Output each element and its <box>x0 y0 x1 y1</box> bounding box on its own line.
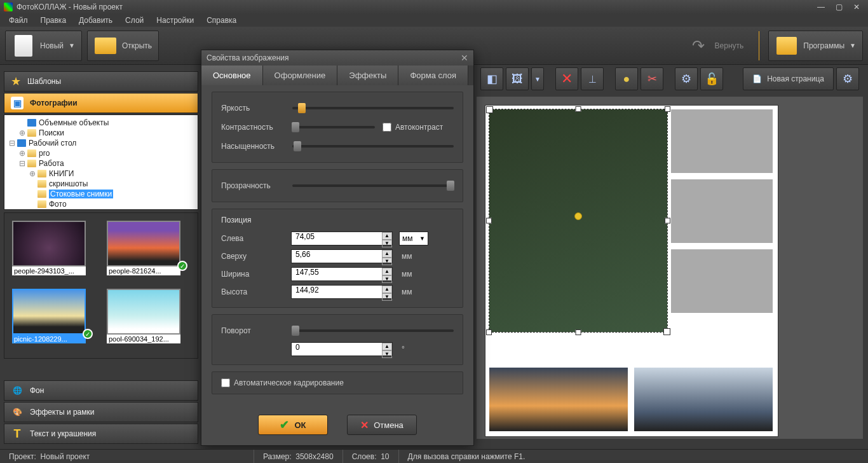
toolbar-new-button[interactable]: Новый ▼ <box>5 31 82 61</box>
brightness-slider[interactable] <box>292 107 454 109</box>
tool-cut-button[interactable]: ✂ <box>641 67 663 90</box>
thumbnail-grid: people-2943103_... ✓ people-821624... ✓ … <box>4 212 198 359</box>
toolbar-open-button[interactable]: Открыть <box>87 31 159 61</box>
resize-handle[interactable] <box>486 218 492 224</box>
accordion-photos[interactable]: ▣ Фотографии <box>4 93 198 113</box>
tab-shape[interactable]: Форма слоя <box>398 66 468 85</box>
toolbar-programs-button[interactable]: Программы ▼ <box>768 31 863 61</box>
spin-up[interactable]: ▲ <box>382 250 392 258</box>
tree-item[interactable]: pro <box>39 149 50 158</box>
spin-down[interactable]: ▼ <box>382 275 392 283</box>
tool-flip-h-button[interactable]: ◧ <box>480 67 503 90</box>
spin-up[interactable]: ▲ <box>382 286 392 293</box>
resize-handle[interactable] <box>665 218 670 224</box>
collage-image[interactable] <box>634 368 773 431</box>
rotate-handle[interactable] <box>574 212 582 220</box>
cancel-button[interactable]: ✕Отмена <box>347 415 417 435</box>
resize-handle[interactable] <box>486 329 492 335</box>
collage-page[interactable] <box>485 106 778 436</box>
tree-item[interactable]: Рабочий стол <box>29 139 76 148</box>
folder-icon <box>37 180 46 188</box>
accordion-background[interactable]: 🌐 Фон <box>4 380 198 401</box>
canvas-area[interactable] <box>477 97 863 439</box>
thumbnail-selected[interactable]: ✓ picnic-1208229... <box>12 289 95 350</box>
accordion-templates[interactable]: ★ Шаблоны <box>4 71 198 92</box>
width-input[interactable]: 147,55▲▼ <box>291 267 393 281</box>
accordion-effects[interactable]: 🎨 Эффекты и рамки <box>4 402 198 422</box>
collage-image[interactable] <box>671 109 773 173</box>
tab-effects[interactable]: Эффекты <box>337 66 398 85</box>
dialog-close-button[interactable]: ✕ <box>461 53 468 63</box>
left-panel: ★ Шаблоны ▣ Фотографии Объемные объекты … <box>4 71 198 445</box>
tool-delete-button[interactable]: ✕ <box>555 67 578 90</box>
tool-crop-button[interactable]: ⟂ <box>581 67 604 90</box>
collage-image[interactable] <box>489 368 628 431</box>
rotation-slider[interactable] <box>292 329 454 332</box>
tree-item[interactable]: Фото <box>49 200 67 209</box>
resize-handle[interactable] <box>576 329 581 335</box>
tree-item-selected[interactable]: Стоковые снимки <box>49 190 113 198</box>
tool-page-settings-button[interactable]: ⚙ <box>836 67 859 90</box>
autocontrast-checkbox[interactable]: Автоконтраст <box>383 123 446 132</box>
menu-help[interactable]: Справка <box>200 15 243 26</box>
folder-tree[interactable]: Объемные объекты ⊕Поиски ⊟Рабочий стол ⊕… <box>4 114 198 210</box>
folder-icon <box>27 149 36 157</box>
top-input[interactable]: 5,66▲▼ <box>291 249 393 263</box>
dialog-titlebar[interactable]: Свойства изображения ✕ <box>201 50 473 66</box>
selected-image-layer[interactable] <box>489 109 667 332</box>
tree-item[interactable]: Объемные объекты <box>39 118 109 127</box>
resize-handle[interactable] <box>576 106 581 112</box>
tool-color-button[interactable]: ● <box>615 67 638 90</box>
opacity-slider[interactable] <box>292 184 454 187</box>
tree-item[interactable]: Работа <box>39 159 64 168</box>
contrast-slider[interactable] <box>292 126 375 128</box>
tree-item[interactable]: скриншоты <box>49 179 88 188</box>
autocrop-checkbox[interactable]: Автоматическое кадрирование <box>221 378 454 387</box>
collage-image[interactable] <box>671 249 773 313</box>
menu-add[interactable]: Добавить <box>72 15 119 26</box>
spin-down[interactable]: ▼ <box>382 293 392 301</box>
menu-bar: Файл Правка Добавить Слой Настройки Спра… <box>0 14 868 27</box>
resize-handle[interactable] <box>665 106 670 112</box>
thumbnail[interactable]: pool-690034_192... <box>107 289 190 350</box>
close-window-button[interactable]: ✕ <box>849 3 864 11</box>
menu-file[interactable]: Файл <box>3 15 34 26</box>
menu-layer[interactable]: Слой <box>119 15 150 26</box>
tool-lock-button[interactable]: 🔓 <box>700 67 723 90</box>
rotation-input[interactable]: 0▲▼ <box>291 342 393 356</box>
spin-down[interactable]: ▼ <box>382 350 392 358</box>
accordion-text[interactable]: T Текст и украшения <box>4 424 198 444</box>
unit-select[interactable]: мм▼ <box>399 232 428 245</box>
box-icon <box>776 37 797 55</box>
folder-icon <box>95 38 116 54</box>
ok-button[interactable]: ✔ОК <box>258 415 328 435</box>
accordion-photos-label: Фотографии <box>30 99 78 107</box>
spin-up[interactable]: ▲ <box>382 343 392 350</box>
tool-settings-button[interactable]: ⚙ <box>675 67 698 90</box>
spin-down[interactable]: ▼ <box>382 258 392 265</box>
tool-dropdown-button[interactable]: ▼ <box>531 67 544 90</box>
left-input[interactable]: 74,05▲▼ <box>291 232 393 245</box>
tool-image-button[interactable]: 🖼 <box>506 67 529 90</box>
menu-edit[interactable]: Правка <box>34 15 73 26</box>
saturation-slider[interactable] <box>292 145 454 148</box>
minimize-button[interactable]: — <box>813 3 829 11</box>
spin-down[interactable]: ▼ <box>382 240 392 247</box>
thumbnail[interactable]: ✓ people-821624... <box>107 221 190 282</box>
tab-design[interactable]: Оформление <box>263 66 338 85</box>
tree-item[interactable]: Поиски <box>39 128 64 137</box>
maximize-button[interactable]: ▢ <box>831 3 846 11</box>
toolbar-return-label: Вернуть <box>715 41 744 50</box>
opacity-label: Прозрачность <box>221 181 285 190</box>
thumbnail[interactable]: people-2943103_... <box>12 221 95 282</box>
palette-icon: 🎨 <box>11 406 24 418</box>
spin-up[interactable]: ▲ <box>382 268 392 275</box>
collage-image[interactable] <box>671 179 773 243</box>
new-page-button[interactable]: 📄 Новая страница <box>743 67 834 90</box>
toolbar-return-button[interactable]: ↷ Вернуть <box>681 31 750 61</box>
tree-item[interactable]: КНИГИ <box>49 169 74 178</box>
spin-up[interactable]: ▲ <box>382 232 392 240</box>
tab-main[interactable]: Основное <box>201 66 263 85</box>
height-input[interactable]: 144,92▲▼ <box>291 285 393 299</box>
menu-settings[interactable]: Настройки <box>150 15 200 26</box>
